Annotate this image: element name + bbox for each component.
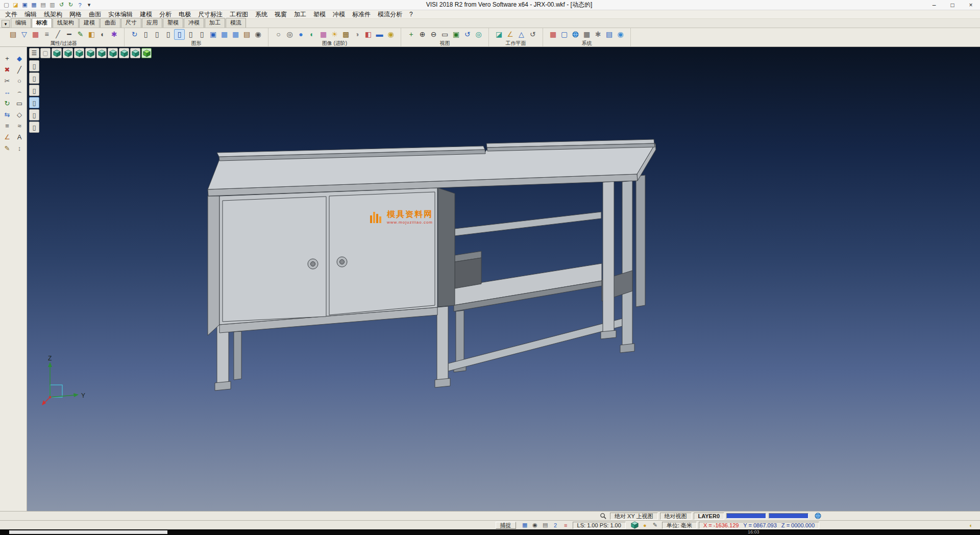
menu-item[interactable]: 网格 <box>66 10 85 19</box>
layers-icon[interactable]: ≡ <box>2 120 13 131</box>
active-layer-readout[interactable]: LAYER0 <box>694 513 724 520</box>
export-graphics-icon[interactable]: ▤ <box>241 29 252 40</box>
menu-item[interactable]: 模流分析 <box>374 10 406 19</box>
sheet-2-icon[interactable]: ▯ <box>163 29 174 40</box>
text-tool-icon[interactable]: A <box>14 132 25 142</box>
open-folder-icon[interactable]: ◪ <box>11 1 20 9</box>
workplane-reset-icon[interactable]: ↺ <box>527 29 538 40</box>
menu-item[interactable]: 编辑 <box>21 10 40 19</box>
transparency-icon[interactable]: ◑ <box>352 29 362 40</box>
menu-item[interactable]: 建模 <box>136 10 156 19</box>
menu-item[interactable]: 视窗 <box>271 10 290 19</box>
tab-7[interactable]: 塑模 <box>163 18 183 28</box>
lineweight-icon[interactable]: ━ <box>64 29 75 40</box>
view-2d-icon[interactable]: ▢ <box>40 48 51 58</box>
layer-color-bar-2[interactable] <box>769 513 808 519</box>
erase-icon[interactable]: ✖ <box>2 64 13 75</box>
cad-link-icon[interactable]: ▦ <box>219 29 230 40</box>
tab-0[interactable]: 编辑 <box>11 18 31 28</box>
dimension-icon[interactable]: ↕ <box>14 143 25 153</box>
table-icon[interactable]: ▤ <box>604 29 615 40</box>
display-settings-icon[interactable]: ▢ <box>559 29 570 40</box>
filter-icon[interactable]: ▽ <box>19 29 30 40</box>
linetype-icon[interactable]: ╱ <box>53 29 63 40</box>
print-icon[interactable]: ▤ <box>39 1 47 9</box>
mirror-icon[interactable]: ⇆ <box>2 109 13 119</box>
section-view-icon[interactable]: ◧ <box>363 29 374 40</box>
texture-icon[interactable]: ▩ <box>340 29 351 40</box>
grid-settings-icon[interactable]: ▦ <box>581 29 592 40</box>
tab-10[interactable]: 模流 <box>226 18 246 28</box>
line-icon[interactable]: ╱ <box>14 64 25 75</box>
previous-view-icon[interactable]: ↺ <box>462 29 473 40</box>
tab-dropdown-icon[interactable]: ▾ <box>2 20 10 28</box>
save-icon[interactable]: ▣ <box>20 1 29 9</box>
tab-3[interactable]: 建模 <box>79 18 100 28</box>
right-view-icon[interactable] <box>85 48 95 58</box>
redraw-icon[interactable]: ↻ <box>129 29 140 40</box>
rectangle-icon[interactable]: ▭ <box>14 98 25 108</box>
refresh-view-icon[interactable]: ◎ <box>473 29 484 40</box>
point-icon[interactable]: ◆ <box>14 53 25 63</box>
arc-icon[interactable]: ⌢ <box>14 87 25 97</box>
bottom-view-icon[interactable] <box>119 48 129 58</box>
clip-tool-2-icon[interactable]: ▯ <box>29 72 39 84</box>
minimize-button[interactable]: – <box>925 0 943 10</box>
multi-sheet-icon[interactable]: ▣ <box>208 29 218 40</box>
workplane-angle-icon[interactable]: ∠ <box>505 29 516 40</box>
hidden-line-icon[interactable]: ◎ <box>284 29 295 40</box>
tab-5[interactable]: 尺寸 <box>121 18 141 28</box>
menu-item[interactable]: 加工 <box>290 10 310 19</box>
view-orientation-readout[interactable]: 绝对 XY 上视图 <box>610 513 658 520</box>
wireframe-icon[interactable]: ○ <box>273 29 284 40</box>
model-canvas[interactable] <box>27 47 980 511</box>
filter-settings-icon[interactable]: ✱ <box>109 29 119 40</box>
measure-icon[interactable]: ∠ <box>2 132 13 142</box>
workplane-3pt-icon[interactable]: △ <box>516 29 527 40</box>
top-view-icon[interactable] <box>74 48 84 58</box>
tab-2[interactable]: 线架构 <box>53 18 79 28</box>
snap-toggle-button[interactable]: 捕捉 <box>496 522 516 529</box>
palette-icon[interactable]: ▦ <box>548 29 558 40</box>
pan-icon[interactable]: + <box>406 29 416 40</box>
layer-color-bar-1[interactable] <box>726 513 766 519</box>
mask-icon[interactable]: ◐ <box>97 29 108 40</box>
new-file-icon[interactable]: ▢ <box>2 1 11 9</box>
new-sheet-icon[interactable]: ▯ <box>140 29 151 40</box>
shaded-view-icon[interactable] <box>141 48 152 58</box>
menu-item[interactable]: 冲模 <box>329 10 349 19</box>
snap-grid-icon[interactable]: ▦ <box>521 521 529 529</box>
network-globe-icon[interactable] <box>814 512 822 520</box>
two-views-icon[interactable]: 2 <box>551 521 560 529</box>
view-search-icon[interactable] <box>599 512 607 520</box>
zoom-in-icon[interactable]: ⊕ <box>417 29 428 40</box>
menu-item[interactable]: 曲面 <box>85 10 105 19</box>
tab-1[interactable]: 标准 <box>32 18 52 28</box>
sheet-icon[interactable]: ▯ <box>152 29 162 40</box>
zoom-fit-icon[interactable]: ▣ <box>451 29 461 40</box>
undo-icon[interactable]: ↺ <box>57 1 66 9</box>
clip-tool-5-icon[interactable]: ▯ <box>29 109 39 120</box>
front-view-icon[interactable] <box>63 48 73 58</box>
world-icon[interactable] <box>570 29 581 40</box>
ambient-light-icon[interactable]: ◐ <box>967 521 975 529</box>
zoom-window-icon[interactable]: ▭ <box>439 29 450 40</box>
menu-item[interactable]: 文件 <box>2 10 21 19</box>
axis-cube-icon[interactable] <box>630 521 639 529</box>
clip-tool-6-icon[interactable]: ▯ <box>29 121 39 133</box>
qat-dropdown-icon[interactable]: ▾ <box>85 1 93 9</box>
cad-box-icon[interactable]: ▦ <box>230 29 241 40</box>
color-icon[interactable]: ▦ <box>30 29 41 40</box>
materials-icon[interactable]: ▦ <box>318 29 329 40</box>
circle-icon[interactable]: ○ <box>14 76 25 86</box>
redo-icon[interactable]: ↻ <box>66 1 75 9</box>
back-view-icon[interactable] <box>108 48 118 58</box>
layer-filter-icon[interactable]: ≡ <box>41 29 52 40</box>
maximize-button[interactable]: □ <box>943 0 962 10</box>
paint-attributes-icon[interactable]: ◧ <box>86 29 97 40</box>
workplane-icon[interactable]: ◪ <box>494 29 504 40</box>
lighting-icon[interactable]: ☀ <box>329 29 340 40</box>
absolute-view-readout[interactable]: 绝对视图 <box>660 513 692 520</box>
camera-icon[interactable]: ◉ <box>531 521 540 529</box>
trim-icon[interactable]: ✂ <box>2 76 13 86</box>
